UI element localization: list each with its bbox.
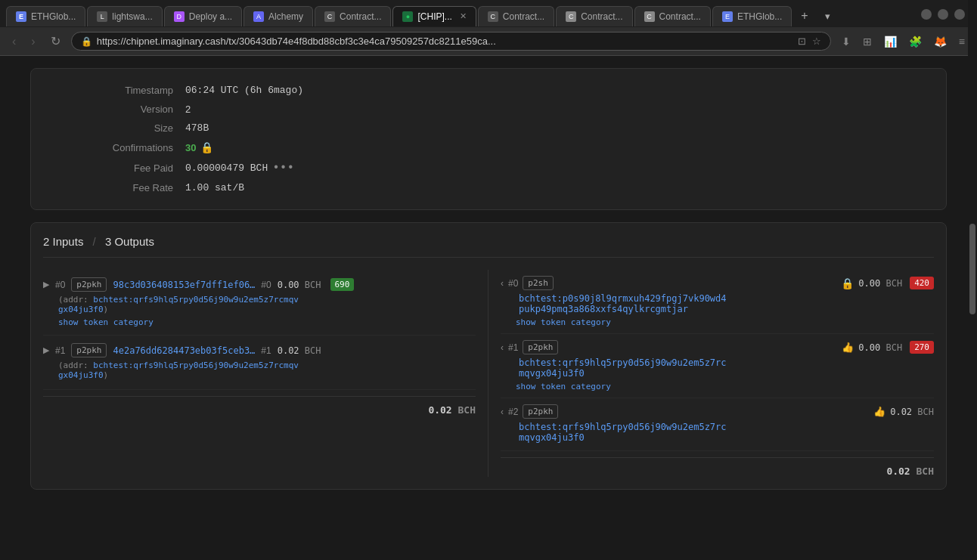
back-button[interactable]: ‹: [8, 33, 20, 50]
inputs-panel: ▶ #0 p2pkh 98c3d036408153ef7dff1ef06… #0…: [43, 270, 488, 477]
input-1-ref: #1: [261, 345, 271, 356]
fee-rate-value: 1.00 sat/B: [185, 182, 244, 193]
input-0-toggle[interactable]: ▶: [43, 280, 49, 289]
input-0-badge: p2pkh: [71, 277, 107, 292]
input-0-hash[interactable]: 98c3d036408153ef7dff1ef06…: [113, 280, 255, 290]
size-row: Size 478B: [31, 119, 946, 138]
extensions-button[interactable]: ⊞: [858, 32, 876, 51]
tab-label: Contract...: [581, 11, 622, 22]
output-2: ‹ #2 p2pkh 👍 0.02 BCH bchtest:qrfs9hlq5r…: [501, 398, 934, 451]
output-2-addr[interactable]: bchtest:qrfs9hlq5rpy0d56j90w9u2em5z7rcmq…: [519, 422, 934, 443]
tab-deploy[interactable]: D Deploy a...: [164, 6, 242, 26]
tab-contract-2[interactable]: C Contract...: [478, 6, 554, 26]
output-0-right: 🔒 0.00 BCH 420: [841, 277, 934, 289]
input-1-num: #1: [55, 345, 65, 356]
tab-label: ETHGlob...: [31, 11, 76, 22]
output-2-amount: 0.02 BCH: [890, 407, 934, 417]
screenshot-icon: ⊡: [798, 36, 806, 47]
inputs-count: 2 Inputs: [43, 235, 83, 248]
size-value: 478B: [185, 122, 209, 134]
tab-ethglob-2[interactable]: E ETHGlob...: [712, 6, 792, 26]
address-bar[interactable]: 🔒 https://chipnet.imaginary.cash/tx/3064…: [71, 32, 831, 51]
download-button[interactable]: ⬇: [837, 32, 855, 51]
extensions-puzzle-button[interactable]: 🧩: [904, 32, 926, 51]
output-1-addr[interactable]: bchtest:qrfs9hlq5rpy0d56j90w9u2em5z7rcmq…: [519, 357, 934, 379]
output-1-arrow: ‹: [501, 342, 504, 353]
chart-button[interactable]: 📊: [879, 32, 901, 51]
close-button[interactable]: [954, 9, 965, 20]
input-0-addr: (addr: bchtest:qrfs9hlq5rpy0d56j90w9u2em…: [58, 295, 476, 314]
timestamp-value: 06:24 UTC (6h 6mago): [185, 85, 303, 96]
forward-button[interactable]: ›: [26, 33, 39, 50]
reload-button[interactable]: ↻: [46, 32, 65, 50]
output-1-thumb-icon: 👍: [842, 342, 854, 353]
tab-favicon: ●: [402, 11, 413, 22]
input-1: ▶ #1 p2pkh 4e2a76dd6284473eb03f5ceb3… #1…: [43, 336, 476, 390]
input-1-hash[interactable]: 4e2a76dd6284473eb03f5ceb3…: [113, 345, 255, 356]
tab-chip[interactable]: ● [CHIP]... ✕: [392, 6, 476, 26]
output-1-badge: p2pkh: [523, 340, 558, 354]
input-0-addr-val[interactable]: bchtest:qrfs9hlq5rpy0d56j90w9u2em5z7rcmq…: [58, 295, 299, 314]
output-0-addr[interactable]: bchtest:p0s90j8l9qrmxuh429fpgj7vk90wd4pu…: [519, 293, 934, 314]
tab-favicon: C: [566, 11, 576, 22]
menu-button[interactable]: ≡: [954, 32, 969, 51]
fee-ellipsis[interactable]: •••: [272, 161, 294, 175]
tab-favicon: C: [488, 11, 498, 22]
tab-label: ETHGlob...: [737, 11, 782, 22]
output-0-header: ‹ #0 p2sh 🔒 0.00 BCH 420: [501, 276, 934, 290]
tab-label: Contract...: [659, 11, 701, 22]
fee-paid-row: Fee Paid 0.00000479 BCH •••: [31, 157, 946, 178]
bookmark-icon[interactable]: ☆: [812, 36, 821, 47]
input-1-header: ▶ #1 p2pkh 4e2a76dd6284473eb03f5ceb3… #1…: [43, 343, 476, 357]
input-1-toggle[interactable]: ▶: [43, 345, 49, 355]
tab-favicon: E: [16, 11, 26, 22]
timestamp-row: Timestamp 06:24 UTC (6h 6mago): [31, 81, 946, 100]
output-2-arrow: ‹: [501, 407, 504, 417]
new-tab-button[interactable]: +: [793, 5, 815, 27]
tab-alchemy[interactable]: A Alchemy: [243, 6, 313, 26]
tab-bar: E ETHGlob... L lightswa... D Deploy a...…: [0, 0, 977, 27]
input-1-amount: 0.02 BCH: [278, 345, 321, 356]
output-2-header: ‹ #2 p2pkh 👍 0.02 BCH: [501, 404, 934, 419]
tab-favicon: D: [174, 11, 185, 22]
io-card: 2 Inputs / 3 Outputs ▶ #0 p2pkh 98c3d036…: [30, 222, 947, 490]
output-1-show-token[interactable]: show token category: [516, 382, 934, 391]
minimize-button[interactable]: [921, 9, 932, 20]
tab-favicon: E: [722, 11, 733, 22]
output-1-header: ‹ #1 p2pkh 👍 0.00 BCH 270: [501, 340, 934, 354]
output-2-num: #2: [508, 407, 518, 417]
input-0-amount: 0.00 BCH: [278, 280, 321, 290]
tab-contract-3[interactable]: C Contract...: [556, 6, 632, 26]
input-total-row: 0.02 BCH: [43, 396, 476, 416]
scrollbar[interactable]: [968, 0, 977, 502]
scrollbar-thumb[interactable]: [969, 224, 975, 314]
input-0-show-token[interactable]: show token category: [58, 317, 476, 327]
io-header: 2 Inputs / 3 Outputs: [43, 235, 934, 258]
input-1-badge: p2pkh: [71, 343, 107, 357]
tab-ethglob-1[interactable]: E ETHGlob...: [6, 6, 85, 26]
maximize-button[interactable]: [938, 9, 948, 20]
output-0-show-token[interactable]: show token category: [516, 317, 934, 327]
profile-button[interactable]: 🦊: [929, 32, 951, 51]
output-0-amount: 0.00 BCH: [858, 278, 902, 289]
input-1-addr-val[interactable]: bchtest:qrfs9hlq5rpy0d56j90w9u2em5z7rcmq…: [58, 360, 299, 380]
version-row: Version 2: [31, 100, 946, 119]
input-0-chip: 690: [330, 278, 355, 291]
output-2-badge: p2pkh: [523, 404, 558, 419]
output-total-row: 0.02 BCH: [501, 457, 934, 477]
output-1-right: 👍 0.00 BCH 270: [842, 341, 934, 354]
tab-contract-4[interactable]: C Contract...: [634, 6, 711, 26]
input-1-addr: (addr: bchtest:qrfs9hlq5rpy0d56j90w9u2em…: [58, 360, 476, 380]
output-0-arrow: ‹: [501, 278, 504, 289]
input-0: ▶ #0 p2pkh 98c3d036408153ef7dff1ef06… #0…: [43, 270, 476, 336]
tab-lightswa[interactable]: L lightswa...: [87, 6, 162, 26]
output-total-amount: 0.02 BCH: [886, 466, 934, 477]
tx-info-card: Timestamp 06:24 UTC (6h 6mago) Version 2…: [30, 68, 947, 210]
url-text: https://chipnet.imaginary.cash/tx/30643d…: [97, 36, 793, 47]
tab-close-icon[interactable]: ✕: [460, 11, 467, 21]
tab-contract-1[interactable]: C Contract...: [315, 6, 391, 26]
fee-paid-value: 0.00000479 BCH •••: [185, 161, 294, 175]
tab-label: [CHIP]...: [417, 11, 451, 22]
tab-list-chevron[interactable]: ▾: [817, 6, 838, 26]
tab-favicon: C: [324, 11, 335, 22]
